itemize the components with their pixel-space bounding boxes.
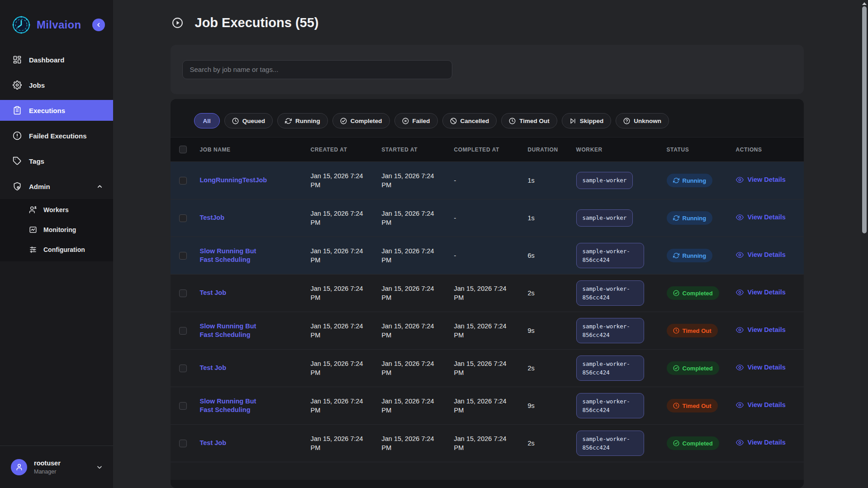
row-checkbox[interactable] — [179, 440, 187, 447]
status-label: Timed Out — [683, 327, 711, 334]
admin-submenu-item[interactable]: Monitoring — [0, 220, 113, 240]
sidebar-nav-item[interactable]: Tags — [0, 148, 113, 174]
duration-cell: 2s — [520, 440, 569, 447]
chip-label: Running — [295, 118, 320, 124]
worker-badge: sample-worker — [576, 209, 633, 226]
worker-badge: sample-worker-856cc424 — [576, 393, 644, 419]
sidebar-nav-item[interactable]: Failed Executions — [0, 123, 113, 148]
play-circle-icon — [172, 17, 183, 28]
chip-label: Failed — [413, 118, 430, 124]
job-name-link[interactable]: Test Job — [200, 439, 303, 447]
sliders-icon — [29, 246, 37, 254]
eye-icon — [736, 401, 744, 409]
view-details-link[interactable]: View Details — [736, 213, 786, 221]
status-filter-chip[interactable]: Skipped — [562, 113, 612, 128]
status-label: Running — [683, 177, 707, 184]
sidebar-nav-item[interactable]: Executions — [0, 100, 113, 121]
view-details-link[interactable]: View Details — [736, 401, 786, 409]
created-at-cell: Jan 15, 2026 7:24 PM — [303, 209, 374, 227]
status-label: Completed — [683, 365, 713, 372]
user-role: Manager — [34, 469, 89, 475]
page-title-icon-slot — [172, 17, 183, 28]
search-input[interactable] — [182, 60, 452, 79]
created-at-cell: Jan 15, 2026 7:24 PM — [303, 284, 374, 303]
status-filter-chip[interactable]: Queued — [224, 113, 273, 128]
started-at-cell: Jan 15, 2026 7:24 PM — [374, 359, 446, 378]
job-name-link[interactable]: Test Job — [200, 289, 303, 297]
scrollbar-up-arrow[interactable] — [862, 2, 867, 5]
table-row: Slow Running But Fast Scheduling Jan 15,… — [171, 387, 804, 424]
sidebar-nav-item[interactable]: Jobs — [0, 72, 113, 98]
job-name-link[interactable]: TestJob — [200, 213, 303, 222]
status-filter-chip[interactable]: Running — [277, 113, 328, 128]
sidebar-collapse-button[interactable] — [92, 19, 105, 31]
duration-cell: 9s — [520, 402, 569, 409]
sidebar-item-label: Jobs — [29, 81, 45, 89]
view-details-label: View Details — [748, 213, 786, 221]
sidebar-nav-item[interactable]: Dashboard — [0, 47, 113, 72]
status-label: Timed Out — [683, 403, 711, 409]
shield-icon — [13, 182, 22, 191]
collapse-icon-slot — [95, 22, 102, 28]
view-details-link[interactable]: View Details — [736, 289, 786, 296]
created-at-cell: Jan 15, 2026 7:24 PM — [303, 322, 374, 340]
duration-cell: 1s — [520, 177, 569, 184]
brand: Milvaion — [0, 0, 113, 34]
select-all-checkbox[interactable] — [179, 146, 187, 153]
status-filter-chip[interactable]: Failed — [394, 113, 438, 128]
completed-at-cell: - — [446, 251, 520, 260]
status-filter-chip[interactable]: All — [194, 113, 220, 128]
row-checkbox[interactable] — [179, 252, 187, 260]
job-name-link[interactable]: Slow Running But Fast Scheduling — [200, 322, 303, 339]
row-checkbox[interactable] — [179, 177, 187, 185]
job-name-link[interactable]: LongRunningTestJob — [200, 176, 303, 185]
sidebar-item-label: Dashboard — [29, 56, 64, 64]
row-checkbox[interactable] — [179, 214, 187, 222]
status-filter-chip[interactable]: Unknown — [616, 113, 669, 128]
admin-submenu-item[interactable]: Configuration — [0, 240, 113, 260]
row-checkbox[interactable] — [179, 327, 187, 335]
sidebar-item-admin[interactable]: Admin — [0, 174, 113, 199]
window-scrollbar[interactable] — [861, 0, 868, 488]
chip-label: Timed Out — [519, 118, 550, 124]
user-icon — [15, 463, 24, 471]
view-details-link[interactable]: View Details — [736, 251, 786, 259]
view-details-link[interactable]: View Details — [736, 439, 786, 446]
status-badge: Running — [667, 174, 713, 187]
sidebar-item-label: Executions — [29, 107, 65, 114]
started-at-cell: Jan 15, 2026 7:24 PM — [374, 246, 446, 265]
user-menu-chevron[interactable] — [96, 464, 103, 471]
completed-at-cell: - — [446, 213, 520, 223]
view-details-link[interactable]: View Details — [736, 326, 786, 334]
clock-icon — [673, 327, 679, 334]
started-at-cell: Jan 15, 2026 7:24 PM — [374, 209, 446, 227]
status-filter-chip[interactable]: Completed — [332, 113, 390, 128]
submenu-item-label: Configuration — [43, 246, 85, 253]
user-menu[interactable]: rootuser Manager — [0, 445, 113, 488]
view-details-label: View Details — [748, 401, 786, 408]
completed-at-cell: Jan 15, 2026 7:24 PM — [446, 434, 520, 453]
job-name-link[interactable]: Test Job — [200, 364, 303, 372]
status-badge: Completed — [667, 436, 719, 450]
row-checkbox[interactable] — [179, 289, 187, 297]
chip-label: Completed — [351, 118, 382, 124]
admin-submenu-item[interactable]: Workers — [0, 200, 113, 220]
status-badge: Completed — [667, 361, 719, 375]
scrollbar-thumb[interactable] — [862, 6, 867, 233]
view-details-link[interactable]: View Details — [736, 176, 786, 184]
submenu-item-label: Workers — [43, 206, 69, 213]
filter-table-card: All Queued Running — [171, 99, 804, 488]
completed-at-cell: - — [446, 176, 520, 185]
status-filter-chip[interactable]: Cancelled — [442, 113, 497, 128]
row-checkbox[interactable] — [179, 402, 187, 410]
status-filter-chip[interactable]: Timed Out — [501, 113, 557, 128]
chip-label: Cancelled — [460, 118, 489, 124]
dashboard-icon — [13, 55, 22, 64]
view-details-link[interactable]: View Details — [736, 364, 786, 371]
job-name-link[interactable]: Slow Running But Fast Scheduling — [200, 397, 303, 414]
search-card — [171, 45, 804, 94]
status-badge: Timed Out — [667, 324, 718, 337]
page-header: Job Executions (55) — [171, 0, 804, 30]
job-name-link[interactable]: Slow Running But Fast Scheduling — [200, 247, 303, 264]
row-checkbox[interactable] — [179, 365, 187, 372]
